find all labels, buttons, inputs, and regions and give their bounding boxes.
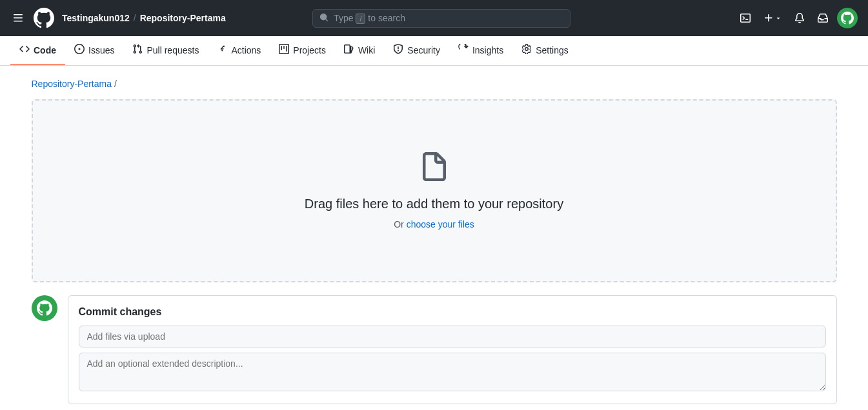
commit-form: Commit changes	[68, 295, 837, 404]
repo-breadcrumb-link[interactable]: Repository-Pertama	[32, 79, 112, 89]
header-actions	[736, 8, 858, 28]
header-repo-name: Repository-Pertama	[140, 13, 226, 23]
tab-actions[interactable]: Actions	[208, 36, 270, 65]
header: Testingakun012 / Repository-Pertama Type…	[0, 0, 868, 36]
file-drop-zone[interactable]: Drag files here to add them to your repo…	[32, 99, 837, 282]
terminal-button[interactable]	[736, 9, 754, 27]
tab-settings-label: Settings	[536, 45, 569, 55]
tab-security-label: Security	[407, 45, 440, 55]
page-breadcrumb: Repository-Pertama /	[32, 79, 837, 89]
tab-pull-requests[interactable]: Pull requests	[123, 36, 208, 65]
tab-wiki-label: Wiki	[358, 45, 375, 55]
user-avatar[interactable]	[837, 8, 858, 28]
global-search[interactable]: Type / to search	[312, 9, 570, 28]
commit-message-input[interactable]	[79, 326, 826, 347]
breadcrumb-separator: /	[134, 13, 136, 23]
dropzone-title: Drag files here to add them to your repo…	[305, 197, 563, 211]
add-button[interactable]	[760, 9, 785, 27]
tab-actions-label: Actions	[231, 45, 261, 55]
repo-nav: Code Issues Pull requests Actions	[0, 36, 868, 66]
header-username-link[interactable]: Testingakun012	[62, 13, 130, 23]
hamburger-button[interactable]	[10, 10, 26, 26]
tab-wiki[interactable]: Wiki	[335, 36, 384, 65]
settings-icon	[521, 44, 532, 56]
security-icon	[393, 44, 403, 56]
commit-avatar	[32, 295, 57, 321]
tab-settings[interactable]: Settings	[512, 36, 578, 65]
tab-code-label: Code	[34, 45, 56, 55]
projects-icon	[279, 44, 289, 56]
tab-insights-label: Insights	[472, 45, 503, 55]
code-icon	[19, 44, 30, 56]
dropzone-subtitle: Or choose your files	[394, 219, 474, 229]
tab-code[interactable]: Code	[10, 36, 65, 65]
pull-requests-icon	[132, 44, 143, 56]
choose-files-link[interactable]: choose your files	[407, 219, 474, 229]
commit-description-input[interactable]	[79, 353, 826, 391]
notifications-button[interactable]	[791, 9, 809, 27]
tab-issues-label: Issues	[88, 45, 114, 55]
commit-form-title: Commit changes	[79, 306, 826, 318]
file-icon	[419, 152, 450, 189]
breadcrumb-sep: /	[114, 79, 117, 89]
tab-projects-label: Projects	[293, 45, 326, 55]
wiki-icon	[344, 44, 354, 56]
inbox-button[interactable]	[814, 9, 832, 27]
commit-panel: Commit changes	[32, 295, 837, 404]
tab-insights[interactable]: Insights	[449, 36, 512, 65]
search-icon	[319, 13, 328, 24]
github-logo[interactable]	[34, 8, 54, 28]
search-kbd: /	[356, 14, 365, 24]
issues-icon	[74, 44, 85, 56]
main-content: Repository-Pertama / Drag files here to …	[21, 66, 847, 410]
header-breadcrumb: Testingakun012 / Repository-Pertama	[62, 13, 226, 23]
search-placeholder-text: Type / to search	[334, 13, 563, 23]
tab-projects[interactable]: Projects	[270, 36, 335, 65]
tab-issues[interactable]: Issues	[65, 36, 123, 65]
actions-icon	[217, 44, 227, 56]
insights-icon	[458, 44, 469, 56]
tab-security[interactable]: Security	[384, 36, 449, 65]
tab-pull-requests-label: Pull requests	[146, 45, 199, 55]
